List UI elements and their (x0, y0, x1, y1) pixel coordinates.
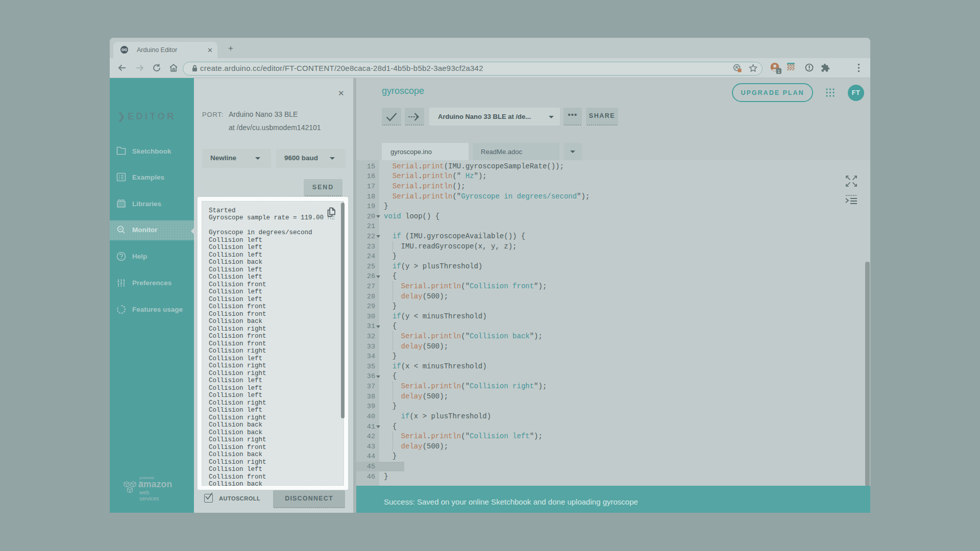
svg-text:1: 1 (777, 69, 780, 74)
